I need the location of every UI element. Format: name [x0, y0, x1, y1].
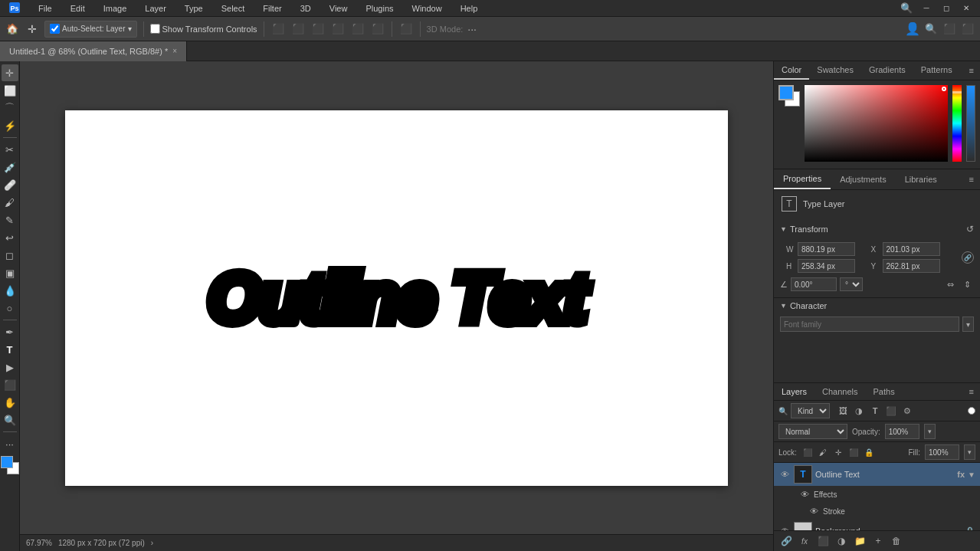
shape-tool[interactable]: ⬛: [2, 376, 18, 393]
fill-input[interactable]: [925, 444, 959, 460]
menu-3d[interactable]: 3D: [297, 2, 314, 15]
layer-outline-text[interactable]: 👁 T Outline Text fx ▼: [774, 463, 980, 486]
add-style-icon[interactable]: fx: [797, 533, 812, 549]
history-brush-tool[interactable]: ↩: [2, 229, 18, 246]
layer-filter-select[interactable]: Kind: [791, 403, 830, 418]
share-icon[interactable]: ⬛: [960, 21, 975, 37]
canvas-document[interactable]: Outline Text: [65, 110, 728, 486]
menu-edit[interactable]: Edit: [67, 2, 88, 15]
tab-swatches[interactable]: Swatches: [809, 61, 861, 80]
align-center-v-icon[interactable]: ⬛: [350, 21, 365, 37]
filter-smart-icon[interactable]: ⚙: [900, 404, 914, 418]
add-mask-icon[interactable]: ⬛: [815, 533, 831, 549]
auto-select-checkbox[interactable]: [50, 24, 60, 34]
properties-menu[interactable]: ≡: [963, 172, 980, 187]
transform-header[interactable]: ▼ Transform ↺: [774, 221, 980, 238]
tab-color[interactable]: Color: [774, 61, 809, 80]
link-proportions-button[interactable]: 🔗: [962, 251, 974, 264]
align-center-h-icon[interactable]: ⬛: [290, 21, 306, 37]
nav-arrow[interactable]: ›: [151, 539, 153, 547]
layer-expand-icon[interactable]: ▼: [968, 471, 975, 479]
lock-position-icon[interactable]: ✛: [832, 446, 844, 458]
pen-tool[interactable]: ✒: [2, 323, 18, 340]
rotate-input[interactable]: [791, 277, 837, 291]
document-tab[interactable]: Untitled-1 @ 68% (Outline Text, RGB/8#) …: [0, 41, 187, 61]
search-icon[interactable]: 🔍: [899, 1, 914, 16]
flip-horizontal-icon[interactable]: ⇔: [943, 277, 957, 291]
layer-background[interactable]: 👁 Background 🔒: [774, 520, 980, 530]
filter-shape-icon[interactable]: ⬛: [884, 404, 898, 418]
font-dropdown-button[interactable]: ▾: [962, 316, 974, 332]
tab-adjustments[interactable]: Adjustments: [831, 170, 896, 189]
opacity-input[interactable]: [885, 424, 919, 439]
lasso-tool[interactable]: ⌒: [2, 100, 18, 116]
x-input[interactable]: [883, 242, 940, 256]
tab-patterns[interactable]: Patterns: [913, 61, 960, 80]
height-input[interactable]: [798, 259, 855, 273]
type-tool[interactable]: T: [2, 341, 18, 358]
home-icon[interactable]: 🏠: [5, 21, 20, 37]
menu-window[interactable]: Window: [409, 2, 445, 15]
menu-select[interactable]: Select: [218, 2, 248, 15]
fill-dropdown-button[interactable]: ▾: [964, 444, 975, 460]
opacity-dropdown-button[interactable]: ▾: [924, 424, 936, 439]
tab-properties[interactable]: Properties: [774, 169, 831, 189]
filter-toggle[interactable]: [968, 407, 975, 415]
bg-visibility-toggle[interactable]: 👁: [778, 525, 791, 530]
layer-fx-icon[interactable]: fx: [957, 470, 965, 479]
align-bottom-icon[interactable]: ⬛: [370, 21, 385, 37]
add-group-icon[interactable]: 📁: [852, 533, 867, 549]
fg-color-box[interactable]: [778, 85, 794, 100]
minimize-icon[interactable]: ─: [919, 1, 934, 16]
effects-visibility-toggle[interactable]: 👁: [798, 488, 811, 500]
font-name-input[interactable]: [780, 316, 959, 332]
align-top-icon[interactable]: ⬛: [330, 21, 346, 37]
magic-wand-tool[interactable]: ⚡: [2, 117, 18, 134]
menu-type[interactable]: Type: [182, 2, 206, 15]
lock-artboard-icon[interactable]: ⬛: [847, 446, 860, 458]
tab-close-button[interactable]: ×: [172, 47, 177, 55]
menu-help[interactable]: Help: [457, 2, 481, 15]
filter-pixel-icon[interactable]: 🖼: [836, 404, 850, 418]
zoom-tool[interactable]: 🔍: [2, 412, 18, 428]
tab-gradients[interactable]: Gradients: [861, 61, 913, 80]
gradient-tool[interactable]: ▣: [2, 264, 18, 281]
tab-channels[interactable]: Channels: [814, 383, 865, 400]
close-icon[interactable]: ✕: [959, 1, 974, 16]
foreground-color-swatch[interactable]: [1, 456, 13, 468]
y-input[interactable]: [883, 259, 940, 273]
arrange-icon[interactable]: ⬛: [942, 21, 957, 37]
menu-view[interactable]: View: [326, 2, 351, 15]
menu-ps[interactable]: Ps: [6, 1, 23, 16]
menu-filter[interactable]: Filter: [260, 2, 284, 15]
move-tool[interactable]: ✛: [2, 64, 18, 81]
restore-icon[interactable]: ◻: [939, 1, 954, 16]
eraser-tool[interactable]: ◻: [2, 247, 18, 264]
extra-tools[interactable]: ···: [2, 435, 18, 452]
align-right-icon[interactable]: ⬛: [310, 21, 326, 37]
search-bar-icon[interactable]: 🔍: [923, 21, 939, 37]
rotate-unit-select[interactable]: °: [840, 277, 863, 291]
layers-panel-menu[interactable]: ≡: [963, 384, 980, 399]
tab-paths[interactable]: Paths: [866, 383, 903, 400]
menu-image[interactable]: Image: [100, 2, 130, 15]
blend-mode-select[interactable]: Normal: [778, 424, 847, 439]
filter-adjust-icon[interactable]: ◑: [852, 404, 866, 418]
move-tool-icon[interactable]: ✛: [25, 21, 40, 37]
lock-all-icon[interactable]: 🔒: [863, 446, 875, 458]
path-select-tool[interactable]: ▶: [2, 359, 18, 376]
crop-tool[interactable]: ✂: [2, 141, 18, 158]
delete-layer-icon[interactable]: 🗑: [889, 533, 904, 549]
stroke-visibility-toggle[interactable]: 👁: [808, 505, 820, 517]
flip-vertical-icon[interactable]: ⇕: [960, 277, 974, 291]
layer-visibility-toggle[interactable]: 👁: [778, 468, 791, 480]
brush-tool[interactable]: 🖌: [2, 194, 18, 211]
lock-transparent-icon[interactable]: ⬛: [801, 446, 814, 458]
hue-slider[interactable]: [952, 85, 962, 162]
color-panel-menu[interactable]: ≡: [963, 63, 980, 78]
hand-tool[interactable]: ✋: [2, 394, 18, 411]
alpha-slider[interactable]: [966, 85, 975, 162]
healing-tool[interactable]: 🩹: [2, 176, 18, 193]
transform-reset-icon[interactable]: ↺: [966, 224, 974, 235]
menu-layer[interactable]: Layer: [142, 2, 169, 15]
